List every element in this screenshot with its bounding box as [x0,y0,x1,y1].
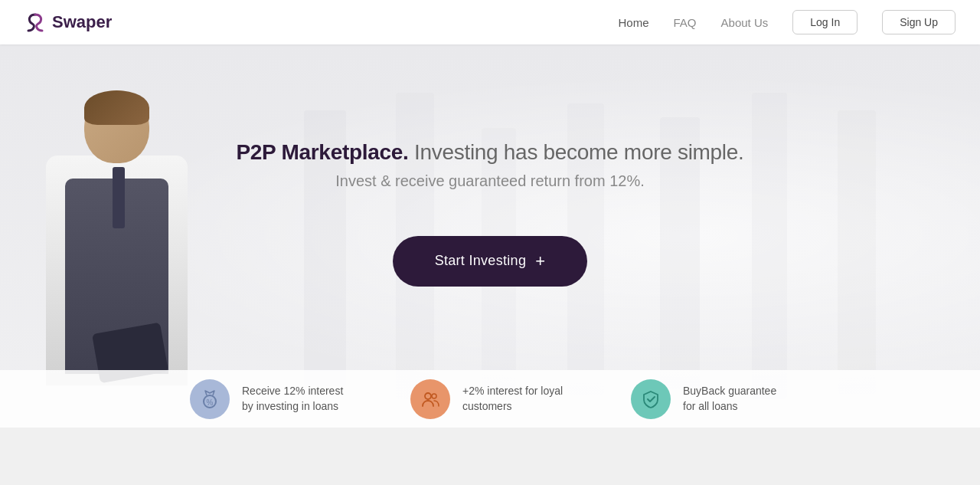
feature-icon-shield [631,379,671,419]
hero-tagline-rest: Investing has become more simple. [409,140,744,164]
feature-text-2: +2% interest for loyal customers [462,384,570,414]
logo-link[interactable]: Swaper [24,11,112,33]
hero-section: P2P Marketplace. Investing has become mo… [0,44,980,428]
nav-home[interactable]: Home [619,16,649,29]
nav-faq[interactable]: FAQ [674,16,697,29]
feature-item-2: +2% interest for loyal customers [410,379,570,419]
feature-text-1: Receive 12% interest by investing in loa… [242,384,349,414]
svg-point-3 [432,394,436,398]
cta-plus-icon: + [535,251,545,271]
cta-label: Start Investing [435,253,527,269]
feature-item-1: % Receive 12% interest by investing in l… [190,379,349,419]
svg-text:%: % [207,398,214,407]
feature-icon-people [410,379,450,419]
logo-text: Swaper [52,12,112,32]
login-button[interactable]: Log In [792,10,858,34]
features-bar: % Receive 12% interest by investing in l… [0,370,980,428]
feature-text-3: BuyBack guarantee for all loans [683,384,790,414]
signup-button[interactable]: Sign Up [882,10,956,34]
hero-tagline: P2P Marketplace. Investing has become mo… [236,140,743,165]
nav-links: Home FAQ About Us Log In Sign Up [619,10,956,34]
start-investing-button[interactable]: Start Investing + [393,236,588,287]
hero-tagline-bold: P2P Marketplace. [236,140,408,164]
hero-subtitle: Invest & receive guaranteed return from … [335,172,645,190]
svg-point-2 [425,393,431,399]
feature-item-3: BuyBack guarantee for all loans [631,379,790,419]
nav-about[interactable]: About Us [721,16,769,29]
navbar: Swaper Home FAQ About Us Log In Sign Up [0,0,980,44]
feature-icon-medal: % [190,379,230,419]
logo-icon [24,11,46,33]
